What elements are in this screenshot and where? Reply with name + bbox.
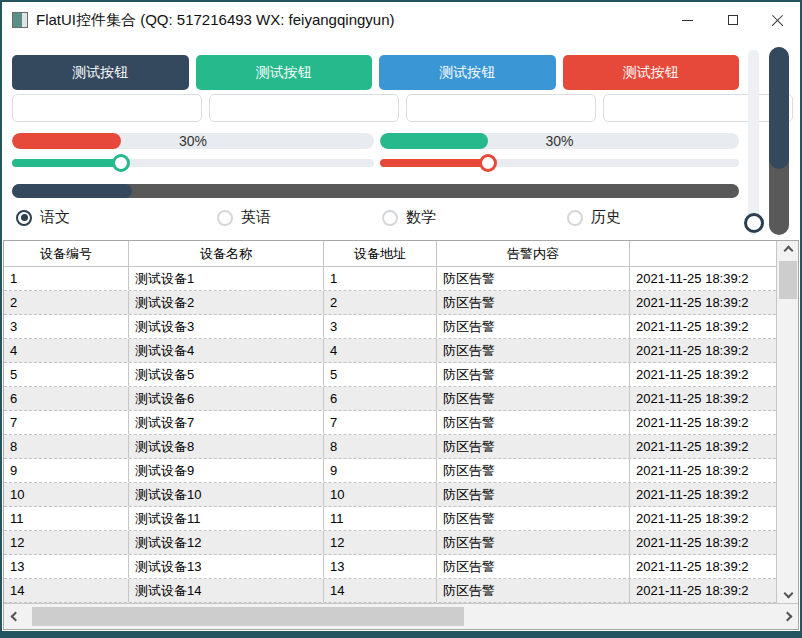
cell-alarm-content: 防区告警 xyxy=(437,555,630,578)
radio-icon xyxy=(217,210,233,226)
radio-shuxue[interactable]: 数学 xyxy=(382,208,436,227)
col-header-device-id[interactable]: 设备编号 xyxy=(4,241,129,266)
cell-alarm-time: 2021-11-25 18:39:2 xyxy=(630,435,776,458)
table-row[interactable]: 1 测试设备1 1 防区告警 2021-11-25 18:39:2 xyxy=(4,267,776,291)
col-header-device-address[interactable]: 设备地址 xyxy=(324,241,437,266)
cell-device-name: 测试设备1 xyxy=(129,267,324,290)
table-row[interactable]: 4 测试设备4 4 防区告警 2021-11-25 18:39:2 xyxy=(4,339,776,363)
cell-alarm-time: 2021-11-25 18:39:2 xyxy=(630,579,776,602)
vertical-slider[interactable] xyxy=(748,50,759,235)
slider-fill xyxy=(380,159,488,167)
progress-bar-green: 30% xyxy=(380,133,739,149)
table-row[interactable]: 12 测试设备12 12 防区告警 2021-11-25 18:39:2 xyxy=(4,531,776,555)
cell-alarm-content: 防区告警 xyxy=(437,531,630,554)
minimize-button[interactable] xyxy=(665,2,710,38)
cell-alarm-content: 防区告警 xyxy=(437,363,630,386)
horizontal-scroll-thumb[interactable] xyxy=(32,607,464,626)
table-vertical-scrollbar[interactable] xyxy=(776,241,798,603)
cell-device-address: 1 xyxy=(324,267,437,290)
device-table: 设备编号 设备名称 设备地址 告警内容 1 测试设备1 1 防区告警 2021-… xyxy=(3,240,799,630)
scroll-right-button[interactable] xyxy=(776,604,798,629)
cell-device-id: 5 xyxy=(4,363,129,386)
cell-device-id: 13 xyxy=(4,555,129,578)
maximize-button[interactable] xyxy=(710,2,755,38)
scroll-left-button[interactable] xyxy=(4,604,26,629)
slider-red[interactable] xyxy=(380,159,739,167)
text-input-1[interactable] xyxy=(12,94,202,122)
cell-device-name: 测试设备9 xyxy=(129,459,324,482)
radio-label: 数学 xyxy=(406,208,436,227)
table-horizontal-scrollbar[interactable] xyxy=(4,603,798,629)
test-button-navy[interactable]: 测试按钮 xyxy=(12,55,189,90)
cell-device-id: 4 xyxy=(4,339,129,362)
vertical-slider-handle[interactable] xyxy=(744,213,764,233)
cell-alarm-time: 2021-11-25 18:39:2 xyxy=(630,483,776,506)
cell-alarm-content: 防区告警 xyxy=(437,483,630,506)
cell-device-id: 1 xyxy=(4,267,129,290)
radio-lishi[interactable]: 历史 xyxy=(567,208,621,227)
scroll-up-button[interactable] xyxy=(777,241,799,260)
table-row[interactable]: 7 测试设备7 7 防区告警 2021-11-25 18:39:2 xyxy=(4,411,776,435)
cell-device-address: 14 xyxy=(324,579,437,602)
table-row[interactable]: 11 测试设备11 11 防区告警 2021-11-25 18:39:2 xyxy=(4,507,776,531)
scroll-down-button[interactable] xyxy=(777,584,799,603)
cell-device-id: 6 xyxy=(4,387,129,410)
table-row[interactable]: 6 测试设备6 6 防区告警 2021-11-25 18:39:2 xyxy=(4,387,776,411)
cell-alarm-content: 防区告警 xyxy=(437,387,630,410)
table-body: 1 测试设备1 1 防区告警 2021-11-25 18:39:2 2 测试设备… xyxy=(4,267,776,603)
table-row[interactable]: 10 测试设备10 10 防区告警 2021-11-25 18:39:2 xyxy=(4,483,776,507)
cell-alarm-time: 2021-11-25 18:39:2 xyxy=(630,315,776,338)
table-row[interactable]: 14 测试设备14 14 防区告警 2021-11-25 18:39:2 xyxy=(4,579,776,603)
radio-yuwen[interactable]: 语文 xyxy=(16,208,70,227)
slider-handle[interactable] xyxy=(112,154,130,172)
app-window: FlatUI控件集合 (QQ: 517216493 WX: feiyangqin… xyxy=(0,0,802,638)
text-input-2[interactable] xyxy=(209,94,399,122)
table-row[interactable]: 13 测试设备13 13 防区告警 2021-11-25 18:39:2 xyxy=(4,555,776,579)
cell-device-name: 测试设备10 xyxy=(129,483,324,506)
cell-alarm-content: 防区告警 xyxy=(437,291,630,314)
test-button-green[interactable]: 测试按钮 xyxy=(196,55,373,90)
test-button-red[interactable]: 测试按钮 xyxy=(563,55,740,90)
table-row[interactable]: 8 测试设备8 8 防区告警 2021-11-25 18:39:2 xyxy=(4,435,776,459)
radio-yingyu[interactable]: 英语 xyxy=(217,208,271,227)
dark-progress-bar[interactable] xyxy=(12,184,739,198)
cell-alarm-content: 防区告警 xyxy=(437,315,630,338)
col-header-alarm-content[interactable]: 告警内容 xyxy=(437,241,630,266)
cell-device-name: 测试设备2 xyxy=(129,291,324,314)
chevron-down-icon xyxy=(783,589,793,599)
progress-value: 30% xyxy=(380,133,739,149)
progress-value: 30% xyxy=(12,133,374,149)
test-button-blue[interactable]: 测试按钮 xyxy=(379,55,556,90)
cell-device-name: 测试设备14 xyxy=(129,579,324,602)
chevron-up-icon xyxy=(783,246,793,256)
cell-device-address: 5 xyxy=(324,363,437,386)
table-row[interactable]: 5 测试设备5 5 防区告警 2021-11-25 18:39:2 xyxy=(4,363,776,387)
close-icon xyxy=(771,14,784,27)
minimize-icon xyxy=(682,20,693,21)
cell-device-address: 12 xyxy=(324,531,437,554)
cell-alarm-content: 防区告警 xyxy=(437,435,630,458)
vertical-scroll-thumb[interactable] xyxy=(779,261,797,299)
slider-green[interactable] xyxy=(12,159,374,167)
cell-alarm-content: 防区告警 xyxy=(437,411,630,434)
table-row[interactable]: 9 测试设备9 9 防区告警 2021-11-25 18:39:2 xyxy=(4,459,776,483)
cell-alarm-content: 防区告警 xyxy=(437,339,630,362)
cell-device-name: 测试设备3 xyxy=(129,315,324,338)
cell-alarm-time: 2021-11-25 18:39:2 xyxy=(630,555,776,578)
cell-device-address: 10 xyxy=(324,483,437,506)
text-input-4[interactable] xyxy=(603,94,793,122)
table-row[interactable]: 3 测试设备3 3 防区告警 2021-11-25 18:39:2 xyxy=(4,315,776,339)
radio-icon xyxy=(567,210,583,226)
cell-alarm-time: 2021-11-25 18:39:2 xyxy=(630,411,776,434)
app-icon xyxy=(12,12,28,28)
col-header-alarm-time[interactable] xyxy=(630,241,776,266)
close-button[interactable] xyxy=(755,2,800,38)
window-controls xyxy=(665,2,800,38)
slider-handle[interactable] xyxy=(479,154,497,172)
cell-device-id: 8 xyxy=(4,435,129,458)
title-bar: FlatUI控件集合 (QQ: 517216493 WX: feiyangqin… xyxy=(2,2,800,38)
cell-alarm-time: 2021-11-25 18:39:2 xyxy=(630,363,776,386)
text-input-3[interactable] xyxy=(406,94,596,122)
table-row[interactable]: 2 测试设备2 2 防区告警 2021-11-25 18:39:2 xyxy=(4,291,776,315)
col-header-device-name[interactable]: 设备名称 xyxy=(129,241,324,266)
